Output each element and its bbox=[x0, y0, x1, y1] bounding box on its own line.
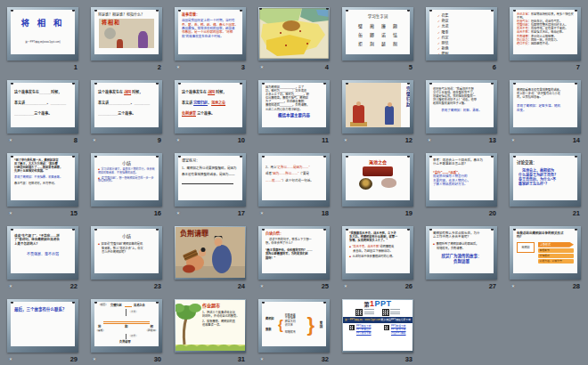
transition-star-icon[interactable]: ✶ bbox=[427, 137, 435, 143]
thumb-footer: 7 bbox=[510, 61, 581, 73]
slide-33-thumbnail[interactable]: 第1PPT 第一PPT模板网：www.1ppt.com 更多精品PPT模板免费下… bbox=[342, 299, 413, 353]
text-line: 秦王气极：理屈词穷，无可奈何。 bbox=[14, 182, 71, 185]
pushpin-icon bbox=[323, 83, 326, 85]
transition-star-icon[interactable]: ✶ bbox=[259, 210, 267, 216]
slide-canvas: 蔺相如 廉颇 { 机智勇敢 不畏强暴 顾全大局 识大体 知错就改 } 爱国 bbox=[262, 302, 326, 346]
transition-star-icon[interactable]: ✶ bbox=[92, 137, 100, 143]
slide-15-thumbnail[interactable]: “到了举行典礼那一天，蔺相如进宫 见了秦王，大大方方地说：‘和氏璧 已经送回赵国… bbox=[7, 153, 78, 207]
slide-19-thumbnail[interactable]: 渑池之会 bbox=[342, 153, 413, 207]
board-conclusion: 爱国 bbox=[314, 321, 323, 328]
slide-6-thumbnail[interactable]: 召集 商议 允诺 隆重 约定 胆怯 拒绝 能耐 诸位 bbox=[426, 7, 497, 61]
transition-star-icon[interactable]: ✶ bbox=[176, 64, 184, 70]
transition-star-icon[interactable]: ✶ bbox=[259, 356, 267, 362]
pushpin-icon bbox=[11, 83, 13, 85]
slide-21-thumbnail[interactable]: 讨论交流： 渑池会上，蔺相如为 什么逼秦王为赵王击缶？ 秦王击缶后，为什么“不 … bbox=[510, 153, 581, 207]
transition-star-icon[interactable]: ✶ bbox=[8, 283, 16, 289]
transition-star-icon[interactable]: ✶ bbox=[8, 356, 16, 362]
link-text[interactable]: PPT课件下载 bbox=[356, 332, 372, 336]
slide-8-thumbnail[interactable]: 这个故事发生在______时候， 本文讲___________、________… bbox=[7, 80, 78, 134]
transition-star-icon[interactable]: ✶ bbox=[259, 64, 267, 70]
thumb-footer: ✶22 bbox=[7, 280, 78, 292]
slide-24-thumbnail[interactable]: 负荆请罪 bbox=[175, 226, 246, 280]
slide-2-thumbnail[interactable]: 将是谁？相是谁？和指什么？ 将相和 bbox=[91, 7, 162, 61]
pushpin-icon bbox=[491, 83, 494, 85]
slide-7-thumbnail[interactable]: 无价之宝：形容物品特别珍贵，用多少钱也买不到。 理直气壮：理由充分，说话有气势。… bbox=[510, 7, 581, 61]
text-line: 知错就改，负荆请罪。 bbox=[437, 247, 490, 250]
pushpin-icon bbox=[72, 83, 75, 85]
slide-number: 21 bbox=[573, 209, 580, 217]
slide-22-thumbnail[interactable]: 读读“生气极了”、“不答应……拼 了”等词句，体会蔺相如在渑池会 上是个怎样的人… bbox=[7, 226, 78, 280]
pushpin-icon bbox=[575, 10, 577, 12]
diagram-node: 渑池之会 bbox=[134, 304, 145, 307]
slide-14-thumbnail[interactable]: 蔺相如看秦王没有拿城换璧的诚意， 就上前一步说：“这块璧有点儿小毛 病，让我指给… bbox=[510, 80, 581, 134]
slide-28-thumbnail[interactable]: 你能总结出蔺相如斗争的相关形式 吗？ 蔺相如 斗争形式 有理有节 针锋相对 以退… bbox=[510, 226, 581, 280]
slide-26-thumbnail[interactable]: “我廉颇攻无不克，战无不胜，立下许 多大功。他蔺相如有什么能耐，就靠一 张嘴，反… bbox=[342, 226, 413, 280]
slide-canvas: 无价之宝：形容物品特别珍贵，用多少钱也买不到。 理直气壮：理由充分，说话有气势。… bbox=[513, 10, 577, 54]
word-item: 能耐 bbox=[441, 52, 448, 54]
slide-number: 1 bbox=[74, 63, 78, 71]
transition-star-icon[interactable]: ✶ bbox=[510, 283, 519, 289]
slide-16-thumbnail[interactable]: 小结 学习这部分课文，要抓住人物的言行，体会蔺相如机智勇敢、不畏强暴的品质。 读… bbox=[91, 153, 162, 207]
slide-3-thumbnail[interactable]: 故事背景： 战国是我国历史上的一个时期，当时有 齐、楚、燕、韩、赵、魏、秦七个国… bbox=[175, 7, 246, 61]
slide-title: 课堂练习： bbox=[182, 158, 239, 163]
fill-blank-line: 三个故事。 bbox=[197, 111, 215, 116]
pushpin-icon bbox=[491, 10, 494, 12]
slide-25-thumbnail[interactable]: 自读自悟： 读读下面的句子，联系上下文想一 想，你体会到了什么？ “秦王我都不怕… bbox=[258, 226, 330, 280]
vocab-char: 蔺 bbox=[366, 23, 378, 28]
pushpin-icon bbox=[575, 83, 577, 85]
pushpin-icon bbox=[72, 229, 75, 231]
slide-20-thumbnail[interactable]: 思考：渑池会上一个回合后，秦王为 什么不敢拿赵王怎么样？ “言行”——“品质”，… bbox=[426, 153, 497, 207]
slide-cell-5: 学习生字词 璧蔺廉颇 缶卿诺怯 拒荆瑟削 5 bbox=[342, 7, 413, 73]
pushpin-icon bbox=[11, 10, 13, 12]
pattern-text: “因为……所以……” bbox=[272, 172, 298, 175]
slide-5-thumbnail[interactable]: 学习生字词 璧蔺廉颇 缶卿诺怯 拒荆瑟削 bbox=[342, 7, 413, 61]
pushpin-icon bbox=[156, 10, 159, 12]
slide-cell-13: 他理直气壮地说：“我看您并不想 交付十五座城。现在璧在我手里， 您要是强逼我，我… bbox=[426, 80, 497, 146]
thumb-footer: ✶25 bbox=[258, 280, 330, 292]
thumb-footer: 6 bbox=[426, 61, 497, 73]
story-illustration bbox=[346, 83, 401, 127]
transition-star-icon[interactable]: ✶ bbox=[8, 210, 16, 216]
slide-11-thumbnail[interactable]: 因为蔺相如__________，立了 功，被封为________；又在渑池 之会… bbox=[258, 80, 330, 134]
slide-27-thumbnail[interactable]: 蔺相如有那么多优点和长处，为什 么工作中两人会合不来呢？ 廉颇听到了蔺相如避让的… bbox=[426, 226, 497, 280]
slide-1-thumbnail[interactable]: 将 相 和 第一PPT模板网(www.1ppt.com) bbox=[7, 7, 78, 61]
pushpin-icon bbox=[575, 229, 577, 231]
transition-star-icon[interactable]: ✶ bbox=[343, 137, 351, 143]
slide-canvas: （起因） 完璧归赵 渑池之会 （发展） 将 （廉颇） 和 相 （蔺相如） （结果… bbox=[94, 302, 159, 346]
homework-line: 妈妈听，并说说自己的感受。 bbox=[202, 314, 241, 318]
transition-star-icon[interactable]: ✶ bbox=[176, 137, 184, 143]
transition-star-icon[interactable]: ✶ bbox=[8, 137, 16, 143]
slide-12-thumbnail[interactable]: 完璧归赵 bbox=[342, 80, 413, 134]
slide-18-thumbnail[interactable]: 2、用上“之所以……是因为……” 或者“因为……所以……”（“要是 ……就……”… bbox=[258, 153, 330, 207]
slide-cell-17: 课堂练习： 1、蔺相如之所以说要把璧撞碎，是因为 秦王没有拿城换璧的诚意，是因为… bbox=[175, 153, 246, 219]
thumb-footer: ✶14 bbox=[510, 134, 581, 146]
transition-star-icon[interactable]: ✶ bbox=[259, 283, 267, 289]
link-text[interactable]: 行业PPT模板 bbox=[391, 332, 406, 336]
slide-17-thumbnail[interactable]: 课堂练习： 1、蔺相如之所以说要把璧撞碎，是因为 秦王没有拿城换璧的诚意，是因为… bbox=[175, 153, 246, 207]
transition-star-icon[interactable]: ✶ bbox=[343, 283, 351, 289]
slide-29-thumbnail[interactable]: 最后，三个故事有什么联系？ bbox=[7, 299, 78, 353]
slide-title: 讨论交流： bbox=[517, 160, 574, 166]
slide-9-thumbnail[interactable]: 这个故事发生在 战国 时候， 本文讲___________、________ _… bbox=[91, 80, 162, 134]
slide-31-thumbnail[interactable]: 作业超市 1、把这三个故事讲给爸爸 妈妈听，并说说自己的感受。 2、搜集廉颇、蔺… bbox=[175, 299, 246, 353]
banner-text: 第一PPT模板网：www.1ppt.com bbox=[345, 319, 380, 322]
slide-title: 学习生字词 bbox=[349, 14, 406, 20]
slide-30-thumbnail[interactable]: （起因） 完璧归赵 渑池之会 （发展） 将 （廉颇） 和 相 （蔺相如） （结果… bbox=[91, 299, 162, 353]
transition-star-icon[interactable]: ✶ bbox=[176, 210, 184, 216]
slide-canvas: 这个故事发生在 战国 时候， 本文讲 完璧归赵、渑池之会 负荆请罪 三个故事。 bbox=[178, 83, 242, 127]
slide-13-thumbnail[interactable]: 他理直气壮地说：“我看您并不想 交付十五座城。现在璧在我手里， 您要是强逼我，我… bbox=[426, 80, 497, 134]
thumb-footer: 19 bbox=[342, 207, 413, 219]
slide-32-thumbnail[interactable]: 蔺相如 廉颇 { 机智勇敢 不畏强暴 顾全大局 识大体 知错就改 } 爱国 bbox=[258, 299, 330, 353]
slide-23-thumbnail[interactable]: 小结 如果说“完璧归赵”蔺相如靠的是机 智勇敢，那么“渑池之会”上，你又 怎么评… bbox=[91, 226, 162, 280]
slide-4-thumbnail[interactable] bbox=[258, 7, 330, 61]
slide-canvas: 渑池之会 bbox=[346, 156, 410, 200]
slide-10-thumbnail[interactable]: 这个故事发生在 战国 时候， 本文讲 完璧归赵、渑池之会 负荆请罪 三个故事。 bbox=[175, 80, 246, 134]
transition-star-icon[interactable]: ✶ bbox=[510, 137, 519, 143]
diagram-header-arrow: 斗争形式 bbox=[538, 242, 574, 247]
slide-number: 22 bbox=[70, 282, 78, 290]
transition-star-icon[interactable]: ✶ bbox=[92, 356, 100, 362]
slide-cell-14: 蔺相如看秦王没有拿城换璧的诚意， 就上前一步说：“这块璧有点儿小毛 病，让我指给… bbox=[510, 80, 581, 146]
slide-number: 32 bbox=[322, 355, 329, 363]
figure-shape bbox=[117, 39, 123, 48]
text-line: 怎么评价蔺相如呢？ bbox=[102, 250, 155, 254]
